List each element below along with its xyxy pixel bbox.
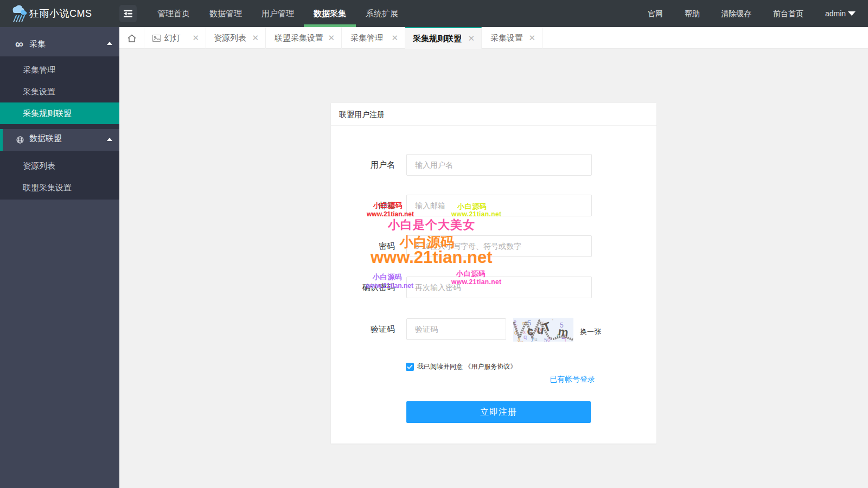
svg-text:m: m bbox=[557, 325, 569, 338]
svg-text:c: c bbox=[527, 324, 534, 337]
svg-text:q: q bbox=[524, 333, 527, 340]
svg-text:u: u bbox=[534, 336, 538, 342]
